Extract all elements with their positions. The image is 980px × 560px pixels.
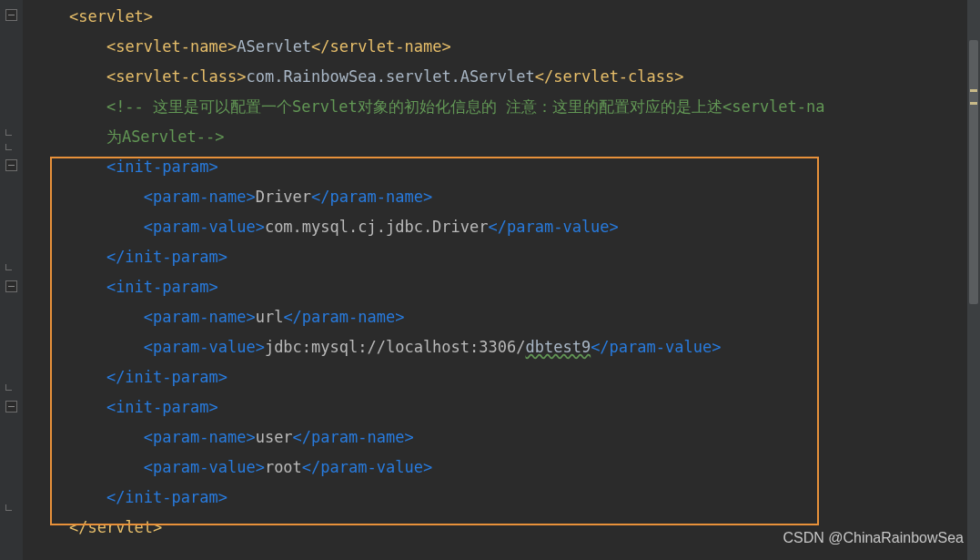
code-line[interactable]: </init-param> (32, 483, 980, 513)
code-line[interactable]: <param-value>root</param-value> (32, 453, 980, 483)
fold-end-icon (5, 384, 12, 391)
fold-collapse-icon[interactable] (5, 280, 17, 292)
code-line[interactable]: <init-param> (32, 152, 980, 182)
scrollbar-mark (970, 102, 977, 105)
fold-collapse-icon[interactable] (5, 159, 17, 171)
editor-gutter (0, 0, 23, 560)
fold-end-icon (5, 129, 12, 136)
code-line[interactable]: </init-param> (32, 362, 980, 392)
fold-collapse-icon[interactable] (5, 9, 17, 21)
code-line[interactable]: <init-param> (32, 272, 980, 302)
code-line[interactable]: <param-value>jdbc:mysql://localhost:3306… (32, 332, 980, 362)
code-line[interactable]: <servlet-class>com.RainbowSea.servlet.AS… (32, 62, 980, 92)
code-line[interactable]: <param-name>Driver</param-name> (32, 182, 980, 212)
code-line[interactable]: 为AServlet--> (32, 122, 980, 152)
code-line[interactable]: <param-name>url</param-name> (32, 302, 980, 332)
fold-end-icon (5, 504, 12, 511)
scrollbar-mark (970, 89, 977, 92)
code-line[interactable]: <param-value>com.mysql.cj.jdbc.Driver</p… (32, 212, 980, 242)
code-line[interactable]: <!-- 这里是可以配置一个Servlet对象的初始化信息的 注意：这里的配置对… (32, 92, 980, 122)
code-line[interactable]: <servlet> (32, 2, 980, 32)
watermark: CSDN @ChinaRainbowSea (783, 523, 964, 553)
fold-end-icon (5, 144, 12, 150)
scrollbar[interactable] (967, 0, 980, 560)
fold-end-icon (5, 264, 12, 270)
code-editor[interactable]: <servlet> <servlet-name>AServlet</servle… (0, 0, 980, 543)
code-line[interactable]: <param-name>user</param-name> (32, 423, 980, 453)
fold-collapse-icon[interactable] (5, 401, 17, 412)
code-line[interactable]: <servlet-name>AServlet</servlet-name> (32, 32, 980, 62)
scrollbar-thumb[interactable] (969, 40, 978, 304)
code-line[interactable]: <init-param> (32, 392, 980, 423)
code-line[interactable]: </init-param> (32, 242, 980, 272)
